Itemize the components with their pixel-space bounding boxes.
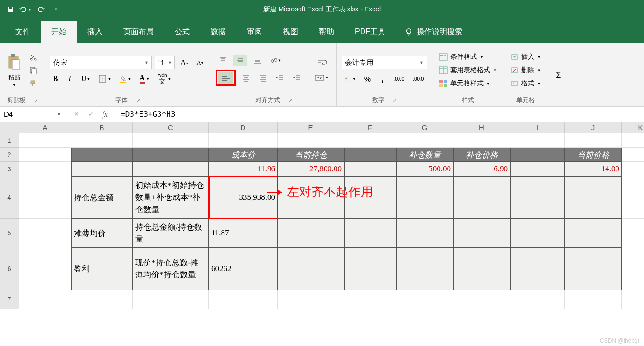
cell-K1[interactable] (622, 133, 644, 148)
copy-icon[interactable] (27, 65, 40, 76)
cell-A4[interactable] (19, 176, 71, 219)
cell-A6[interactable] (19, 247, 71, 290)
cell-A1[interactable] (19, 133, 71, 148)
paste-button[interactable]: 粘贴 ▼ (5, 51, 24, 89)
formula-input[interactable]: =D3*E3+G3*H3 (116, 110, 644, 119)
cell-A7[interactable] (19, 290, 71, 309)
cell-E6[interactable] (278, 247, 344, 290)
cells-area[interactable]: 成本价当前持仓补仓数量补仓价格当前价格11.9627,800.00500.006… (19, 133, 644, 309)
col-header-F[interactable]: F (344, 122, 396, 133)
cell-C2[interactable] (133, 148, 209, 162)
row-header-1[interactable]: 1 (0, 133, 19, 148)
cell-J2[interactable]: 当前价格 (565, 148, 622, 162)
cell-B4[interactable]: 持仓总金额 (71, 176, 133, 219)
accounting-format-icon[interactable]: ¥▼ (342, 73, 359, 84)
cell-H4[interactable] (453, 176, 510, 219)
tab-layout[interactable]: 页面布局 (113, 21, 164, 43)
cut-icon[interactable] (27, 51, 40, 63)
cell-G3[interactable]: 500.00 (396, 162, 453, 176)
cell-G7[interactable] (396, 290, 453, 309)
tab-pdf[interactable]: PDF工具 (345, 21, 396, 43)
cell-F3[interactable] (344, 162, 396, 176)
cancel-formula-icon[interactable]: ✕ (69, 107, 84, 122)
bold-button[interactable]: B (50, 73, 61, 84)
row-header-5[interactable]: 5 (0, 219, 19, 247)
cell-K6[interactable] (622, 247, 644, 290)
cell-G6[interactable] (396, 247, 453, 290)
cell-J7[interactable] (565, 290, 622, 309)
cell-C3[interactable] (133, 162, 209, 176)
redo-icon[interactable] (34, 3, 47, 16)
font-color-button[interactable]: A▼ (137, 73, 152, 84)
cell-J3[interactable]: 14.00 (565, 162, 622, 176)
align-right-icon[interactable] (256, 72, 270, 84)
tell-me-search[interactable]: 操作说明搜索 (396, 21, 471, 43)
align-center-icon[interactable] (239, 72, 253, 84)
row-header-3[interactable]: 3 (0, 162, 19, 176)
cell-I1[interactable] (510, 133, 565, 148)
insert-cells-button[interactable]: 插入▼ (509, 52, 543, 62)
cell-I3[interactable] (510, 162, 565, 176)
cell-J6[interactable] (565, 247, 622, 290)
conditional-format-button[interactable]: 条件格式▼ (437, 52, 499, 62)
phonetic-button[interactable]: wén文▼ (155, 73, 174, 84)
row-header-6[interactable]: 6 (0, 247, 19, 290)
cell-C5[interactable]: 持仓总金额/持仓数量 (133, 219, 209, 247)
percent-icon[interactable]: % (362, 73, 373, 84)
cell-E2[interactable]: 当前持仓 (278, 148, 344, 162)
cell-C1[interactable] (133, 133, 209, 148)
cell-I6[interactable] (510, 247, 565, 290)
cell-F7[interactable] (344, 290, 396, 309)
cell-H2[interactable]: 补仓价格 (453, 148, 510, 162)
delete-cells-button[interactable]: 删除▼ (509, 65, 543, 75)
align-top-icon[interactable] (216, 55, 230, 66)
increase-decimal-icon[interactable]: .0.00 (391, 73, 407, 84)
cell-H3[interactable]: 6.90 (453, 162, 510, 176)
cell-F1[interactable] (344, 133, 396, 148)
tab-home[interactable]: 开始 (41, 21, 77, 43)
format-painter-icon[interactable] (27, 78, 40, 89)
cell-G5[interactable] (396, 219, 453, 247)
tab-data[interactable]: 数据 (200, 21, 236, 43)
cell-K5[interactable] (622, 219, 644, 247)
row-header-4[interactable]: 4 (0, 176, 19, 219)
cell-H5[interactable] (453, 219, 510, 247)
cell-H6[interactable] (453, 247, 510, 290)
col-header-B[interactable]: B (71, 122, 133, 133)
font-launcher-icon[interactable]: ⤢ (136, 98, 140, 103)
insert-function-icon[interactable]: fx (98, 107, 112, 122)
cell-F5[interactable] (344, 219, 396, 247)
increase-indent-icon[interactable] (290, 72, 304, 84)
cell-B3[interactable] (71, 162, 133, 176)
decrease-indent-icon[interactable] (273, 72, 287, 84)
font-size-select[interactable]: 11▼ (155, 56, 175, 69)
col-header-H[interactable]: H (453, 122, 510, 133)
cell-A3[interactable] (19, 162, 71, 176)
decrease-font-icon[interactable]: A▾ (194, 57, 206, 68)
font-name-select[interactable]: 仿宋▼ (50, 56, 152, 69)
format-as-table-button[interactable]: 套用表格格式▼ (437, 65, 499, 75)
align-bottom-icon[interactable] (250, 55, 264, 66)
cell-I7[interactable] (510, 290, 565, 309)
row-header-2[interactable]: 2 (0, 148, 19, 162)
tab-formulas[interactable]: 公式 (164, 21, 200, 43)
col-header-G[interactable]: G (396, 122, 453, 133)
select-all-corner[interactable] (0, 122, 19, 133)
cell-K4[interactable] (622, 176, 644, 219)
row-header-7[interactable]: 7 (0, 290, 19, 309)
italic-button[interactable]: I (64, 73, 75, 84)
border-button[interactable]: ▼ (96, 73, 114, 84)
cell-D6[interactable]: 60262 (209, 247, 278, 290)
tab-file[interactable]: 文件 (5, 21, 41, 43)
cell-F2[interactable] (344, 148, 396, 162)
cell-G2[interactable]: 补仓数量 (396, 148, 453, 162)
cell-D7[interactable] (209, 290, 278, 309)
cell-E7[interactable] (278, 290, 344, 309)
increase-font-icon[interactable]: A▴ (177, 57, 191, 68)
cell-G1[interactable] (396, 133, 453, 148)
cell-E1[interactable] (278, 133, 344, 148)
name-box[interactable]: D4▼ (0, 107, 65, 122)
cell-K3[interactable] (622, 162, 644, 176)
cell-D5[interactable]: 11.87 (209, 219, 278, 247)
merge-center-icon[interactable]: ▼ (312, 72, 332, 84)
